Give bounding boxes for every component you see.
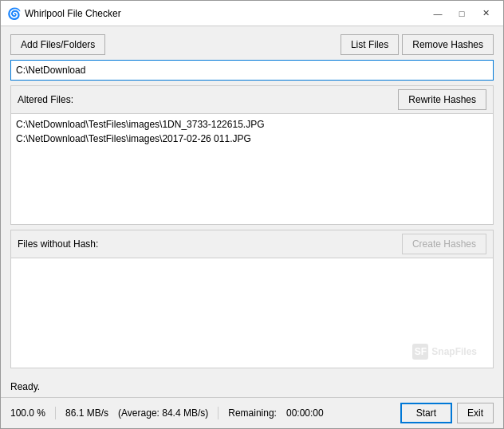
maximize-button[interactable]: □ — [451, 6, 473, 22]
speed-value: 86.1 MB/s — [65, 407, 108, 419]
create-hashes-button[interactable]: Create Hashes — [402, 234, 486, 254]
watermark-text: SnapFiles — [431, 346, 477, 357]
window-controls: — □ ✕ — [427, 6, 497, 22]
rewrite-hashes-button[interactable]: Rewrite Hashes — [398, 89, 486, 110]
main-window: 🌀 Whirlpool File Checker — □ ✕ Add Files… — [0, 0, 504, 429]
watermark: SF SnapFiles — [412, 344, 477, 360]
remaining-label: Remaining: — [228, 407, 277, 419]
ready-text: Ready. — [10, 381, 40, 392]
app-icon: 🌀 — [7, 7, 20, 20]
separator-2 — [218, 407, 219, 419]
title-bar: 🌀 Whirlpool File Checker — □ ✕ — [1, 1, 503, 26]
watermark-icon: SF — [412, 344, 428, 360]
nohash-label: Files without Hash: — [18, 238, 402, 250]
altered-files-panel: Altered Files: Rewrite Hashes C:\NetDown… — [10, 85, 494, 225]
list-item: C:\NetDownload\TestFiles\images\2017-02-… — [16, 132, 488, 146]
status-bar: Ready. — [1, 376, 503, 397]
add-files-button[interactable]: Add Files/Folders — [10, 34, 105, 55]
speed-percent: 100.0 % — [10, 407, 45, 419]
remove-hashes-button[interactable]: Remove Hashes — [402, 34, 494, 55]
window-title: Whirlpool File Checker — [25, 8, 427, 19]
altered-files-header: Altered Files: Rewrite Hashes — [11, 86, 493, 114]
altered-files-label: Altered Files: — [18, 94, 398, 105]
path-input[interactable] — [10, 60, 494, 81]
altered-files-body: C:\NetDownload\TestFiles\images\1DN_3733… — [11, 114, 493, 224]
separator-1 — [55, 407, 56, 419]
speed-average: (Average: 84.4 MB/s) — [118, 407, 208, 419]
start-button[interactable]: Start — [400, 403, 452, 423]
toolbar: Add Files/Folders List Files Remove Hash… — [10, 34, 494, 55]
nohash-files-body: SF SnapFiles — [11, 258, 493, 368]
bottom-actions: Start Exit — [400, 403, 494, 423]
close-button[interactable]: ✕ — [474, 6, 497, 22]
nohash-header: Files without Hash: Create Hashes — [11, 230, 493, 258]
list-files-button[interactable]: List Files — [341, 34, 399, 55]
list-item: C:\NetDownload\TestFiles\images\1DN_3733… — [16, 117, 488, 132]
minimize-button[interactable]: — — [427, 6, 449, 22]
exit-button[interactable]: Exit — [457, 403, 494, 423]
bottom-bar: 100.0 % 86.1 MB/s (Average: 84.4 MB/s) R… — [1, 397, 503, 428]
nohash-panel: Files without Hash: Create Hashes SF Sna… — [10, 230, 494, 369]
remaining-value: 00:00:00 — [286, 407, 324, 419]
main-content: Add Files/Folders List Files Remove Hash… — [1, 26, 503, 376]
